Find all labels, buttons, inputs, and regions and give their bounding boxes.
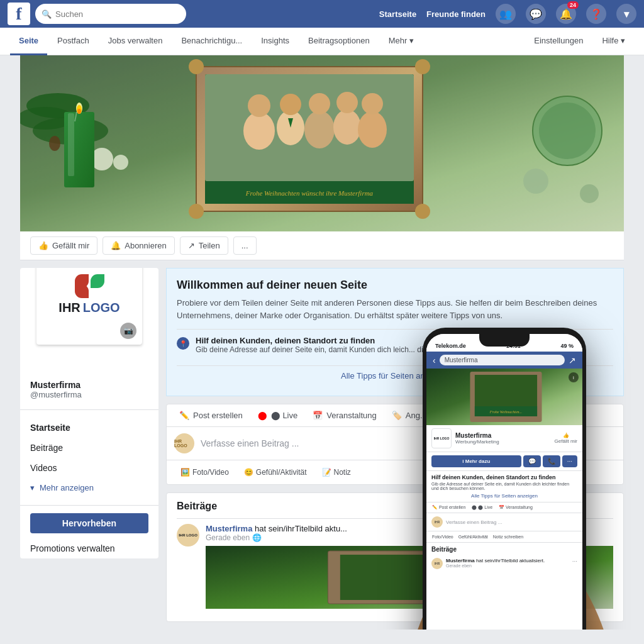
composer-tab-post-label: Post erstellen — [193, 411, 243, 420]
phone-share-btn[interactable]: ↗ — [569, 355, 576, 365]
svg-point-25 — [280, 94, 301, 115]
nav-seite[interactable]: Seite — [10, 28, 47, 55]
startseite-nav[interactable]: Startseite — [379, 9, 416, 19]
nav-insights[interactable]: Insights — [252, 28, 298, 55]
promotions-link[interactable]: Promotions verwalten — [20, 538, 158, 558]
svg-point-29 — [336, 92, 358, 113]
messenger-icon-btn[interactable]: 💬 — [526, 4, 546, 24]
composer-tab-live[interactable]: ⬤ ⬤ Live — [250, 404, 305, 426]
nav-mehr[interactable]: Mehr ▾ — [380, 28, 423, 55]
calendar-icon: 📅 — [313, 411, 323, 420]
profile-section: IHR LOGO 📷 Musterfirma @musterfirma — [20, 268, 158, 407]
thumbs-up-small-icon: 👍 — [555, 433, 577, 438]
sidebar-divider-1 — [20, 409, 158, 410]
phone-messenger-button[interactable]: 💬 — [523, 455, 541, 467]
phone-search-bar[interactable]: Musterfirma — [440, 355, 565, 365]
sidebar: IHR LOGO 📷 Musterfirma @musterfirma Star… — [20, 268, 158, 558]
svg-point-35 — [539, 103, 596, 159]
sidebar-startseite[interactable]: Startseite — [20, 418, 158, 438]
leaf-top-right — [91, 274, 104, 288]
gefaellt-mir-button[interactable]: 👍 Gefällt mir — [30, 236, 97, 255]
svg-point-22 — [243, 112, 275, 150]
facebook-logo[interactable]: f — [8, 3, 30, 25]
sidebar-beitraege[interactable]: Beiträge — [20, 438, 158, 458]
svg-point-23 — [248, 94, 270, 117]
svg-point-6 — [49, 136, 60, 151]
search-bar[interactable]: 🔍 — [35, 4, 186, 24]
composer-gefuehl[interactable]: 😊 Gefühl/Aktivität — [238, 464, 313, 480]
friends-icon-btn[interactable]: 👥 — [496, 4, 516, 24]
composer-tab-veranstaltung[interactable]: 📅 Veranstaltung — [305, 404, 384, 426]
teilen-button[interactable]: ↗ Teilen — [180, 236, 228, 255]
nav-benachrichtigungen[interactable]: Benachrichtigu... — [172, 28, 251, 55]
svg-point-37 — [580, 184, 599, 203]
nav-postfach[interactable]: Postfach — [48, 28, 98, 55]
search-input[interactable] — [55, 9, 180, 19]
camera-icon[interactable]: 📷 — [120, 323, 136, 339]
post-author[interactable]: Musterfirma — [206, 524, 252, 533]
welcome-title: Willkommen auf deiner neuen Seite — [177, 279, 613, 292]
phone-post-time: Gerade eben — [446, 564, 545, 568]
composer-notiz[interactable]: 📝 Notiz — [316, 464, 357, 480]
svg-text:Frohe Weihnachten...: Frohe Weihnachten... — [489, 410, 522, 414]
hervorheben-button[interactable]: Hervorheben — [30, 513, 148, 533]
location-icon: 📍 — [177, 337, 189, 350]
bell-icon-btn[interactable]: 🔔 24 — [556, 4, 576, 24]
phone-more-button[interactable]: ··· — [562, 455, 577, 467]
phone-post-more-icon[interactable]: ··· — [572, 558, 577, 565]
cover-svg: Frohe Weihnachten wünscht ihre Musterfir… — [20, 55, 624, 231]
phone-notch — [479, 334, 530, 347]
phone-foto-action[interactable]: Foto/Video — [430, 533, 455, 540]
logo-ihr-text: IHR — [58, 301, 80, 315]
phone-all-tips-link[interactable]: Alle Tipps für Seiten anzeigen — [431, 493, 577, 499]
logo-leaves-row — [75, 274, 104, 298]
phone-page-info: Musterfirma Werbung/Marketing — [455, 432, 551, 445]
help-icon-btn[interactable]: ❓ — [586, 4, 606, 24]
phone-tab-veranstaltung[interactable]: 📅 Veranstaltung — [496, 502, 536, 513]
phone-page-category: Werbung/Marketing — [455, 439, 551, 445]
svg-point-20 — [415, 204, 430, 219]
nav-hilfe[interactable]: Hilfe ▾ — [593, 28, 634, 55]
post-avatar: IHR LOGO — [177, 524, 199, 547]
nav-einstellungen[interactable]: Einstellungen — [525, 28, 592, 55]
svg-point-36 — [523, 169, 548, 194]
account-dropdown-btn[interactable]: ▾ — [616, 4, 636, 24]
phone-cover: Frohe Weihnachten... i — [426, 369, 582, 425]
logo-logo-text: LOGO — [83, 301, 120, 315]
freunde-finden-nav[interactable]: Freunde finden — [426, 9, 486, 19]
composer-avatar: IHR LOGO — [174, 433, 194, 453]
chevron-down-icon: ▾ — [30, 483, 35, 492]
phone-post-row: IHR Musterfirma hat sein/ihrTitelbild ak… — [426, 556, 582, 571]
phone-back-btn[interactable]: ‹ — [433, 355, 436, 365]
phone-post-actions: Foto/Video Gefühl/Aktivität Notiz schrei… — [426, 531, 582, 543]
phone-notiz-action[interactable]: Notiz schreiben — [491, 533, 525, 540]
share-icon: ↗ — [188, 241, 195, 250]
topbar-right: Startseite Freunde finden 👥 💬 🔔 24 ❓ ▾ — [379, 4, 636, 24]
phone-tab-post[interactable]: ✏️ Post erstellen — [429, 502, 469, 513]
sidebar-videos[interactable]: Videos — [20, 458, 158, 478]
abonnieren-button[interactable]: 🔔 Abonnieren — [103, 236, 175, 255]
composer-foto-video[interactable]: 🖼️ Foto/Video — [174, 464, 235, 480]
phone-call-button[interactable]: 📞 — [543, 455, 560, 467]
phone-composer-placeholder[interactable]: Verfasse einen Beitrag ... — [446, 519, 502, 525]
page-nav: Seite Postfach Jobs verwalten Benachrich… — [0, 28, 644, 55]
foto-video-label: Foto/Video — [192, 468, 229, 477]
sidebar-mehr-anzeigen[interactable]: ▾ Mehr anzeigen — [20, 478, 158, 497]
nav-beitragsoptionen[interactable]: Beitragsoptionen — [299, 28, 379, 55]
composer-tab-post[interactable]: ✏️ Post erstellen — [172, 404, 250, 426]
phone-gefuehl-action[interactable]: Gefühl/Aktivität — [457, 533, 490, 540]
phone-body: Telekom.de 14:51 49 % ‹ Musterfirma ↗ — [423, 328, 586, 630]
phone-tab-live[interactable]: ⬤ ⬤ Live — [469, 502, 496, 513]
more-button[interactable]: ... — [233, 236, 257, 255]
notification-badge: 24 — [567, 1, 579, 9]
nav-jobs[interactable]: Jobs verwalten — [99, 28, 172, 55]
svg-point-9 — [113, 155, 128, 170]
composer-tab-live-label: ⬤ Live — [271, 411, 297, 420]
svg-rect-11 — [68, 113, 74, 176]
profile-avatar: IHR LOGO 📷 — [36, 268, 142, 345]
phone-cover-svg: Frohe Weihnachten... — [426, 369, 582, 425]
phone-composer-tabs: ✏️ Post erstellen ⬤ ⬤ Live 📅 Veranstaltu… — [426, 502, 582, 513]
page-wrapper: Frohe Weihnachten wünscht ihre Musterfir… — [20, 55, 624, 630]
phone-mehr-dazu-button[interactable]: i Mehr dazu — [431, 455, 521, 467]
composer-avatar-text: IHR LOGO — [174, 439, 194, 448]
